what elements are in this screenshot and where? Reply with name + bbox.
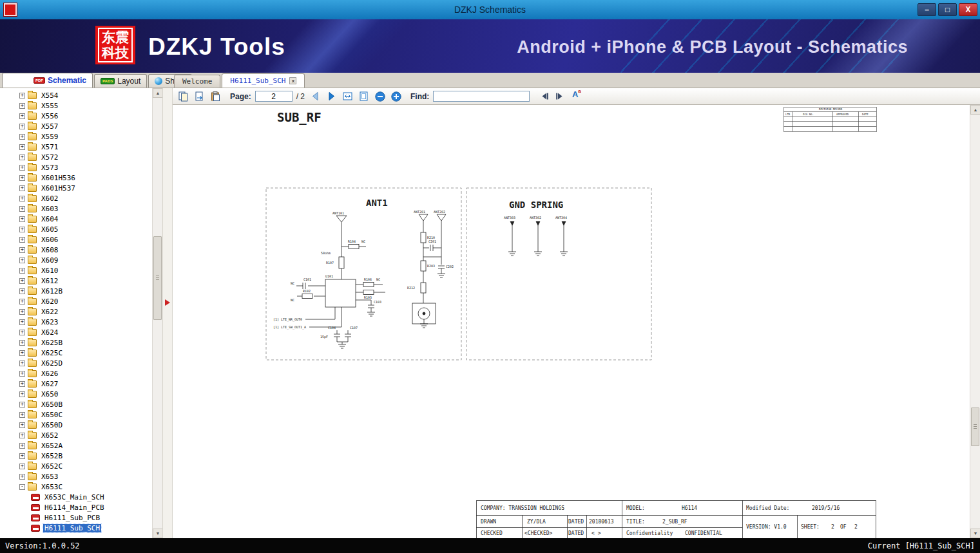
tree-item[interactable]: H6114_Main_PCB xyxy=(0,502,152,512)
tree-item[interactable]: X652A xyxy=(0,440,152,451)
maximize-button[interactable]: □ xyxy=(938,3,957,16)
tree-item[interactable]: X625C xyxy=(0,348,152,358)
tree-item[interactable]: X610 xyxy=(0,265,152,276)
expand-toggle-icon[interactable] xyxy=(19,113,25,119)
find-previous-icon[interactable] xyxy=(537,89,551,103)
copy-page-icon[interactable] xyxy=(177,89,190,103)
tree-item[interactable]: X653 xyxy=(0,471,152,482)
tree-item[interactable]: X653C xyxy=(0,482,152,492)
tree-item[interactable]: X554 xyxy=(0,90,152,100)
content-scrollbar[interactable]: ▲ ▼ xyxy=(970,105,980,538)
expand-toggle-icon[interactable] xyxy=(19,288,25,294)
expand-toggle-icon[interactable] xyxy=(19,309,25,315)
expand-toggle-icon[interactable] xyxy=(19,144,25,150)
expand-toggle-icon[interactable] xyxy=(19,443,25,449)
snapshot-page-icon[interactable] xyxy=(193,89,206,103)
tree-item[interactable]: X622 xyxy=(0,306,152,317)
expand-toggle-icon[interactable] xyxy=(19,206,25,212)
tree-item[interactable]: X573 xyxy=(0,162,152,173)
zoom-out-icon[interactable] xyxy=(373,89,387,103)
tree-item[interactable]: X650C xyxy=(0,409,152,420)
expand-toggle-icon[interactable] xyxy=(19,124,25,129)
expand-toggle-icon[interactable] xyxy=(19,361,25,366)
tree-item[interactable]: X555 xyxy=(0,100,152,111)
expand-toggle-icon[interactable] xyxy=(19,484,25,490)
tree-item[interactable]: X650D xyxy=(0,420,152,430)
close-button[interactable]: X xyxy=(959,3,977,16)
expand-toggle-icon[interactable] xyxy=(19,134,25,140)
tree-item[interactable]: X625B xyxy=(0,337,152,348)
scroll-up-icon[interactable]: ▲ xyxy=(970,105,980,115)
tree-item[interactable]: X606 xyxy=(0,234,152,245)
tree-item[interactable]: X602 xyxy=(0,193,152,203)
expand-toggle-icon[interactable] xyxy=(19,93,25,98)
content-scrollbar-thumb[interactable] xyxy=(971,408,979,446)
next-page-icon[interactable] xyxy=(325,89,338,103)
expand-toggle-icon[interactable] xyxy=(19,103,25,109)
previous-page-icon[interactable] xyxy=(309,89,322,103)
expand-toggle-icon[interactable] xyxy=(19,278,25,284)
tree-item[interactable]: X650B xyxy=(0,399,152,409)
scroll-up-icon[interactable]: ▲ xyxy=(153,88,162,98)
tool-tab[interactable]: PDF Schematic xyxy=(2,73,93,88)
tree-item[interactable]: X620 xyxy=(0,296,152,306)
expand-toggle-icon[interactable] xyxy=(19,155,25,160)
tree-item[interactable]: H6111_Sub_PCB xyxy=(0,512,152,523)
expand-toggle-icon[interactable] xyxy=(19,402,25,408)
tree-item[interactable]: X557 xyxy=(0,121,152,131)
scroll-down-icon[interactable]: ▼ xyxy=(153,529,162,538)
expand-toggle-icon[interactable] xyxy=(19,299,25,305)
fit-page-icon[interactable] xyxy=(357,89,370,103)
zoom-in-icon[interactable] xyxy=(389,89,403,103)
expand-toggle-icon[interactable] xyxy=(19,474,25,480)
expand-toggle-icon[interactable] xyxy=(19,464,25,469)
tab-h6111-sub-sch[interactable]: H6111_Sub_SCH x xyxy=(222,73,305,88)
find-input[interactable] xyxy=(433,91,530,102)
tree-item[interactable]: X623 xyxy=(0,317,152,327)
collapse-sidebar-icon[interactable] xyxy=(165,299,170,306)
clipboard-icon[interactable] xyxy=(209,89,222,103)
close-tab-icon[interactable]: x xyxy=(289,77,296,84)
find-next-icon[interactable] xyxy=(553,89,567,103)
page-input[interactable] xyxy=(255,91,293,102)
expand-toggle-icon[interactable] xyxy=(19,227,25,232)
expand-toggle-icon[interactable] xyxy=(19,340,25,346)
expand-toggle-icon[interactable] xyxy=(19,350,25,356)
tree-item[interactable]: X650 xyxy=(0,389,152,399)
tree-item[interactable]: X572 xyxy=(0,152,152,162)
tree-item[interactable]: X608 xyxy=(0,245,152,255)
expand-toggle-icon[interactable] xyxy=(19,268,25,274)
expand-toggle-icon[interactable] xyxy=(19,185,25,191)
expand-toggle-icon[interactable] xyxy=(19,319,25,325)
tree-item[interactable]: X626 xyxy=(0,368,152,379)
sidebar-scrollbar[interactable]: ▲ ▼ xyxy=(152,88,162,538)
expand-toggle-icon[interactable] xyxy=(19,216,25,222)
expand-toggle-icon[interactable] xyxy=(19,433,25,438)
tree-item[interactable]: X652C xyxy=(0,461,152,471)
expand-toggle-icon[interactable] xyxy=(19,237,25,243)
expand-toggle-icon[interactable] xyxy=(19,175,25,181)
expand-toggle-icon[interactable] xyxy=(19,165,25,171)
tree-item[interactable]: X624 xyxy=(0,327,152,337)
tree-item[interactable]: X603 xyxy=(0,203,152,214)
sidebar-scrollbar-thumb[interactable] xyxy=(153,236,162,320)
expand-toggle-icon[interactable] xyxy=(19,330,25,335)
tree-item[interactable]: X604 xyxy=(0,214,152,224)
tree-item[interactable]: X625D xyxy=(0,358,152,368)
tab-welcome[interactable]: Welcome xyxy=(174,75,220,88)
expand-toggle-icon[interactable] xyxy=(19,412,25,418)
tree-item[interactable]: X559 xyxy=(0,131,152,142)
tree-item[interactable]: X601H536 xyxy=(0,173,152,183)
tree-item[interactable]: X627 xyxy=(0,379,152,389)
tree-item[interactable]: X609 xyxy=(0,255,152,265)
tree-item[interactable]: X571 xyxy=(0,142,152,152)
sidebar-splitter[interactable] xyxy=(162,88,173,538)
expand-toggle-icon[interactable] xyxy=(19,196,25,202)
expand-toggle-icon[interactable] xyxy=(19,371,25,377)
expand-toggle-icon[interactable] xyxy=(19,453,25,459)
expand-toggle-icon[interactable] xyxy=(19,391,25,397)
minimize-button[interactable]: – xyxy=(918,3,936,16)
fit-width-icon[interactable] xyxy=(341,89,354,103)
expand-toggle-icon[interactable] xyxy=(19,381,25,387)
tree-item[interactable]: X612B xyxy=(0,286,152,296)
